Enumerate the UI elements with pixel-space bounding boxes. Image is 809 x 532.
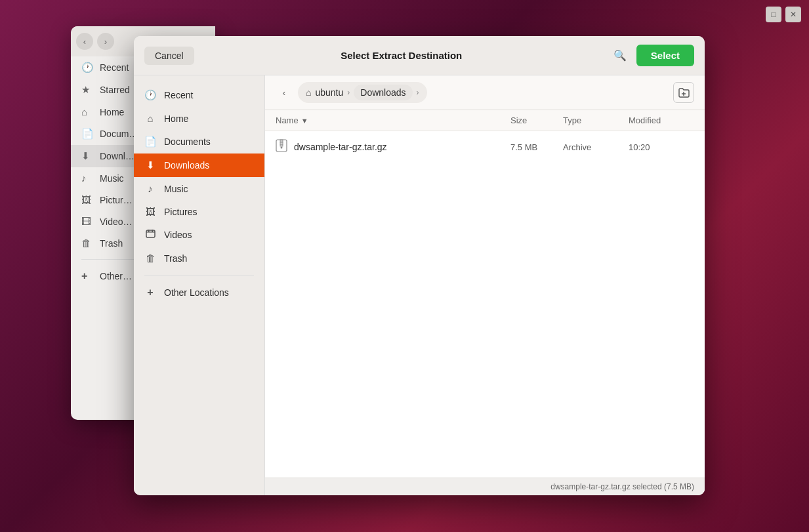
file-archive-icon <box>276 139 287 155</box>
other-locations-icon: + <box>144 287 156 298</box>
sidebar-label-trash: Trash <box>164 253 187 264</box>
sidebar-item-recent[interactable]: 🕐 Recent <box>134 83 264 107</box>
breadcrumb-back-button[interactable]: ‹ <box>276 84 293 101</box>
dialog-body: 🕐 Recent ⌂ Home 📄 Documents ⬇ Downloads … <box>134 75 705 495</box>
bg-back-button[interactable]: ‹ <box>76 33 93 50</box>
bg-videos-icon: 🎞 <box>81 216 93 227</box>
svg-rect-3 <box>152 230 153 232</box>
sidebar-item-pictures[interactable]: 🖼 Pictures <box>134 200 264 223</box>
sidebar-label-pictures: Pictures <box>164 207 197 217</box>
breadcrumb-bar: ‹ ⌂ ubuntu › Downloads › <box>265 75 705 110</box>
bg-sidebar-label-music: Music <box>100 173 124 184</box>
breadcrumb-separator: › <box>347 88 350 97</box>
search-button[interactable]: 🔍 <box>609 45 631 67</box>
sidebar-item-music[interactable]: ♪ Music <box>134 177 264 200</box>
breadcrumb-home-label[interactable]: ubuntu <box>315 87 343 98</box>
breadcrumb-end-sep: › <box>417 88 419 97</box>
trash-icon: 🗑 <box>144 253 156 264</box>
new-folder-button[interactable] <box>673 82 694 103</box>
bg-other-icon: + <box>81 270 93 282</box>
bg-home-icon: ⌂ <box>81 106 93 117</box>
bg-sidebar-label-videos: Video… <box>100 216 133 227</box>
pictures-icon: 🖼 <box>144 206 156 217</box>
col-header-size[interactable]: Size <box>510 115 563 125</box>
sidebar-item-home[interactable]: ⌂ Home <box>134 107 264 130</box>
breadcrumb-path: ⌂ ubuntu › Downloads › <box>298 82 427 103</box>
svg-rect-9 <box>280 144 283 146</box>
recent-icon: 🕐 <box>144 89 156 101</box>
sort-icon: ▼ <box>301 117 308 125</box>
sidebar-label-home: Home <box>164 113 188 124</box>
status-text: dwsample-tar-gz.tar.gz selected (7.5 MB) <box>550 482 694 491</box>
file-type: Archive <box>563 142 629 152</box>
bg-sidebar-label-home: Home <box>100 107 124 117</box>
bg-sidebar-label-documents: Docum… <box>100 129 138 139</box>
svg-rect-7 <box>280 140 283 142</box>
close-button[interactable]: ✕ <box>785 7 801 22</box>
bg-sidebar-label-pictures: Pictur… <box>100 195 133 205</box>
bg-downloads-icon: ⬇ <box>81 150 93 162</box>
window-controls: □ ✕ <box>766 7 801 22</box>
bg-music-icon: ♪ <box>81 173 93 184</box>
music-icon: ♪ <box>144 183 156 194</box>
videos-icon <box>144 229 156 241</box>
bg-sidebar-label-other: Other… <box>100 271 132 281</box>
dialog-header: Cancel Select Extract Destination 🔍 Sele… <box>134 36 705 75</box>
bg-trash-icon: 🗑 <box>81 237 93 249</box>
bg-recent-icon: 🕐 <box>81 62 93 73</box>
file-list-header: Name ▼ Size Type Modified <box>265 110 705 131</box>
bg-sidebar-label-trash: Trash <box>100 238 123 249</box>
svg-rect-8 <box>280 142 283 144</box>
svg-point-10 <box>281 147 283 149</box>
col-header-modified[interactable]: Modified <box>629 115 694 125</box>
sidebar-item-documents[interactable]: 📄 Documents <box>134 130 264 153</box>
col-name-label: Name <box>276 115 299 125</box>
col-header-type[interactable]: Type <box>563 115 629 125</box>
sidebar-label-documents: Documents <box>164 136 211 147</box>
status-bar: dwsample-tar-gz.tar.gz selected (7.5 MB) <box>265 478 705 495</box>
sidebar-label-recent: Recent <box>164 90 193 100</box>
bg-docs-icon: 📄 <box>81 128 93 140</box>
bg-starred-icon: ★ <box>81 84 93 96</box>
search-icon: 🔍 <box>613 49 627 62</box>
breadcrumb-current-label: Downloads <box>354 85 412 100</box>
file-size: 7.5 MB <box>510 142 563 152</box>
sidebar-item-trash[interactable]: 🗑 Trash <box>134 247 264 270</box>
sidebar-item-other-locations[interactable]: + Other Locations <box>134 281 264 304</box>
cancel-button[interactable]: Cancel <box>144 47 194 65</box>
svg-rect-1 <box>146 232 155 233</box>
svg-rect-2 <box>148 230 150 232</box>
file-name-text: dwsample-tar-gz.tar.gz <box>294 142 387 152</box>
file-row[interactable]: dwsample-tar-gz.tar.gz 7.5 MB Archive 10… <box>265 134 705 160</box>
bg-sidebar-label-downloads: Downl… <box>100 151 135 161</box>
sidebar-label-videos: Videos <box>164 230 192 240</box>
bg-forward-button[interactable]: › <box>97 33 114 50</box>
sidebar-label-other-locations: Other Locations <box>164 287 229 298</box>
header-right: 🔍 Select <box>609 45 694 67</box>
bg-pictures-icon: 🖼 <box>81 194 93 205</box>
bg-sidebar-label-recent: Recent <box>100 62 129 73</box>
file-list: dwsample-tar-gz.tar.gz 7.5 MB Archive 10… <box>265 131 705 478</box>
main-content: ‹ ⌂ ubuntu › Downloads › <box>265 75 705 495</box>
home-icon: ⌂ <box>144 113 156 124</box>
maximize-button[interactable]: □ <box>766 7 781 22</box>
maximize-icon: □ <box>771 10 776 19</box>
file-name-cell: dwsample-tar-gz.tar.gz <box>276 139 510 155</box>
dialog-title: Select Extract Destination <box>194 50 609 61</box>
select-extract-destination-dialog: Cancel Select Extract Destination 🔍 Sele… <box>134 36 705 495</box>
close-icon: ✕ <box>790 10 797 19</box>
sidebar-item-videos[interactable]: Videos <box>134 223 264 247</box>
col-header-name[interactable]: Name ▼ <box>276 115 510 125</box>
file-modified: 10:20 <box>629 142 694 152</box>
sidebar-item-downloads[interactable]: ⬇ Downloads <box>134 153 264 177</box>
sidebar-divider <box>144 275 254 276</box>
documents-icon: 📄 <box>144 136 156 148</box>
breadcrumb-home-icon: ⌂ <box>306 87 311 98</box>
svg-rect-0 <box>146 230 155 237</box>
dialog-sidebar: 🕐 Recent ⌂ Home 📄 Documents ⬇ Downloads … <box>134 75 265 495</box>
select-button[interactable]: Select <box>636 45 694 66</box>
back-icon: ‹ <box>283 88 285 98</box>
downloads-icon: ⬇ <box>144 159 156 171</box>
sidebar-label-downloads: Downloads <box>164 160 209 171</box>
bg-sidebar-label-starred: Starred <box>100 85 130 95</box>
